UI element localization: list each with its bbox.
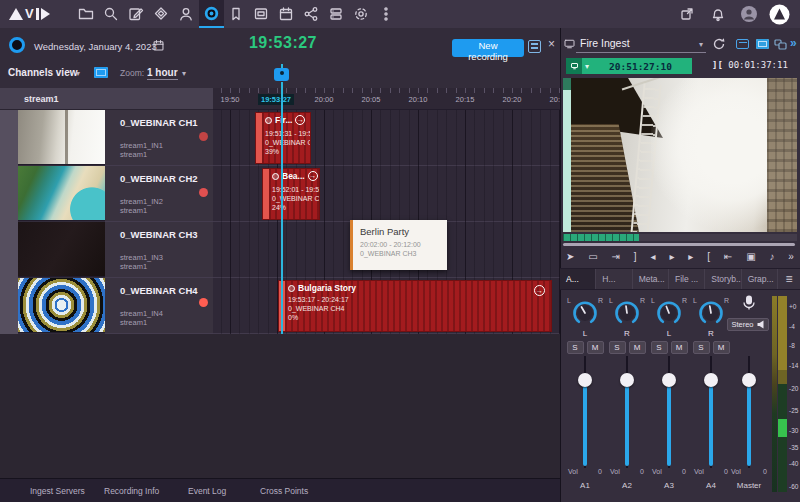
solo-button[interactable]: S [609, 341, 626, 354]
mark-out-button[interactable]: ] [634, 249, 637, 265]
date-calendar-icon[interactable] [152, 39, 165, 52]
tab-audio[interactable]: A... [560, 269, 596, 289]
channels-view-dropdown[interactable]: Channels view [8, 67, 77, 78]
recording-clip-ch4[interactable]: Bulgaria Story 19:53:17 - 20:24:17 0_WEB… [278, 280, 552, 332]
statusbar-recording-info[interactable]: Recording Info [104, 486, 159, 496]
playhead-lock-icon[interactable] [274, 68, 289, 81]
player-source-caret-icon[interactable]: ▾ [699, 40, 703, 49]
clip-open-arrow-icon[interactable]: → [534, 285, 545, 296]
mute-button[interactable]: M [629, 341, 646, 354]
tab-history[interactable]: H... [596, 269, 632, 289]
more-transport-button[interactable]: » [788, 249, 794, 265]
tab-menu-icon[interactable]: ≡ [778, 269, 800, 289]
user-icon[interactable] [174, 0, 199, 28]
statusbar-cross-points[interactable]: Cross Points [260, 486, 308, 496]
timeline-ruler[interactable]: 19:50 19:55 20:00 20:05 20:10 20:15 20:2… [213, 88, 560, 110]
stereo-toggle-button[interactable]: Stereo [727, 318, 769, 331]
goto-in-button[interactable]: ⇤ [724, 249, 732, 265]
statusbar-ingest-servers[interactable]: Ingest Servers [30, 486, 85, 496]
settings-icon[interactable] [349, 0, 374, 28]
channel-thumbnail-ch2[interactable] [18, 166, 105, 221]
avid-badge-icon[interactable] [767, 0, 792, 28]
tab-metadata[interactable]: Meta... [633, 269, 669, 289]
share-icon[interactable] [299, 0, 324, 28]
close-icon[interactable]: × [548, 37, 555, 51]
expand-panel-icon[interactable]: » [790, 36, 797, 50]
player-source-input[interactable]: Fire Ingest [580, 37, 630, 49]
tab-file[interactable]: File ... [669, 269, 705, 289]
tab-storyboard[interactable]: Storyb... [705, 269, 741, 289]
stream-group-header[interactable]: stream1 [0, 88, 213, 110]
clip-progress: 0% [288, 313, 549, 322]
player-scrub-bar[interactable] [563, 234, 797, 241]
audio-button[interactable]: ♪ [769, 249, 774, 265]
player-scrollbar[interactable] [563, 243, 795, 246]
layout-dropdown-icon[interactable] [736, 39, 749, 49]
account-avatar[interactable] [736, 0, 761, 28]
bookmark-icon[interactable] [224, 0, 249, 28]
strip-name: A1 [564, 481, 606, 490]
servers-icon[interactable] [324, 0, 349, 28]
step-forward-button[interactable]: ▸ [688, 249, 693, 265]
channel-row-ch3[interactable]: 0_WEBINAR CH3 stream1_IN3 stream1 [105, 222, 213, 278]
panel-icon[interactable] [249, 0, 274, 28]
fader-handle[interactable] [662, 373, 676, 387]
channel-row-ch4[interactable]: 0_WEBINAR CH4 stream1_IN4 stream1 [105, 278, 213, 334]
match-frame-button[interactable]: ▣ [746, 249, 755, 265]
channel-thumbnail-ch4[interactable] [18, 278, 105, 333]
dual-view-icon[interactable] [774, 39, 787, 50]
monitor-toggle-icon[interactable] [94, 67, 108, 78]
refresh-icon[interactable] [712, 37, 726, 51]
play-button[interactable]: ▸ [669, 249, 674, 265]
zoom-value-dropdown[interactable]: 1 hour [147, 67, 178, 80]
fader-handle[interactable] [704, 373, 718, 387]
solo-button[interactable]: S [693, 341, 710, 354]
pan-knob[interactable] [697, 299, 725, 327]
notifications-bell-icon[interactable] [705, 0, 730, 28]
fader-handle[interactable] [578, 373, 592, 387]
panel-toggle-icon[interactable] [528, 40, 541, 53]
pan-knob[interactable] [655, 299, 683, 327]
video-viewport[interactable] [563, 78, 797, 232]
more-menu-icon[interactable] [374, 0, 399, 28]
volume-fader[interactable] [661, 356, 677, 468]
ruler-tick-label: 20:00 [309, 95, 339, 104]
calendar-icon[interactable] [274, 0, 299, 28]
recording-clip-ch1[interactable]: Fir...→ 19:51:31 - 19:5 0_WEBINAR C 39% [255, 112, 311, 164]
goto-out-button[interactable]: ⇥ [612, 249, 620, 265]
channel-thumbnail-ch1[interactable] [18, 110, 105, 165]
mark-in-button[interactable]: [ [707, 249, 710, 265]
master-fader[interactable] [741, 356, 757, 468]
solo-button[interactable]: S [651, 341, 668, 354]
locate-button[interactable]: ➤ [566, 249, 574, 265]
monitor-button[interactable]: ▭ [588, 249, 597, 265]
edit-icon[interactable] [124, 0, 149, 28]
recording-clip-ch2[interactable]: Bea...→ 19:52:01 - 19:57 0_WEBINAR CH2 2… [262, 168, 320, 220]
solo-button[interactable]: S [567, 341, 584, 354]
channel-row-ch1[interactable]: 0_WEBINAR CH1 stream1_IN1 stream1 [105, 110, 213, 166]
folder-icon[interactable] [74, 0, 99, 28]
microphone-icon[interactable] [742, 294, 756, 311]
versions-icon[interactable] [149, 0, 174, 28]
fader-handle[interactable] [620, 373, 634, 387]
tab-graphics[interactable]: Grap... [742, 269, 778, 289]
volume-fader[interactable] [703, 356, 719, 468]
volume-fader[interactable] [619, 356, 635, 468]
external-link-icon[interactable] [674, 0, 699, 28]
channel-row-ch2[interactable]: 0_WEBINAR CH2 stream1_IN2 stream1 [105, 166, 213, 222]
mute-button[interactable]: M [671, 341, 688, 354]
new-recording-button[interactable]: New recording [452, 39, 524, 57]
volume-fader[interactable] [577, 356, 593, 468]
statusbar-event-log[interactable]: Event Log [188, 486, 226, 496]
channel-thumbnail-ch3[interactable] [18, 222, 105, 277]
date-label[interactable]: Wednesday, January 4, 2023 [34, 41, 157, 52]
monitor-active-icon[interactable] [756, 39, 769, 49]
ingest-record-icon[interactable] [199, 0, 224, 28]
search-icon[interactable] [99, 0, 124, 28]
step-back-button[interactable]: ◂ [651, 249, 656, 265]
fader-handle[interactable] [742, 373, 756, 387]
playhead-line[interactable] [281, 88, 283, 334]
pan-knob[interactable] [571, 299, 599, 327]
mute-button[interactable]: M [587, 341, 604, 354]
pan-knob[interactable] [613, 299, 641, 327]
